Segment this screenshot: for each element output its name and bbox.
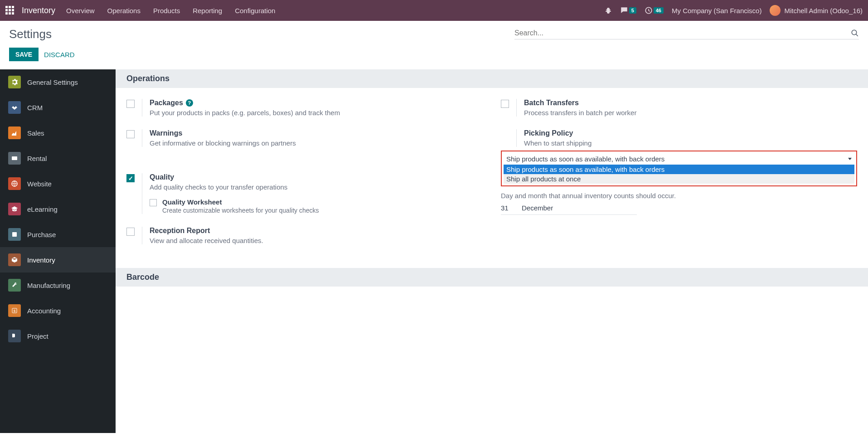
reception-desc: View and allocate received quantities. [150,237,483,244]
setting-picking: Picking Policy When to start shipping [501,129,857,147]
action-bar: SAVE DISCARD [0,41,868,69]
packages-title: Packages [150,99,183,107]
annual-day-input[interactable]: 31 [501,204,514,212]
svg-line-2 [856,34,858,36]
picking-desc: When to start shipping [524,139,857,147]
annual-inventory-desc: Day and month that annual inventory coun… [501,192,857,200]
batch-desc: Process transfers in batch per worker [524,109,857,117]
packages-desc: Put your products in packs (e.g. parcels… [150,109,483,117]
settings-content[interactable]: Operations Packages ? Put your products … [116,69,868,433]
quality-worksheet-checkbox[interactable] [150,199,157,206]
reception-checkbox[interactable] [126,228,135,236]
sidebar-item-crm[interactable]: CRM [0,95,116,120]
setting-quality: Quality Add quality checks to your trans… [126,173,483,214]
picking-policy-select[interactable]: Ship products as soon as available, with… [504,153,854,165]
nav-menu-overview[interactable]: Overview [66,7,95,15]
messages-icon[interactable]: 5 [620,6,636,15]
reception-title: Reception Report [150,227,483,235]
money-icon: $ [8,304,21,317]
key-icon [8,152,21,165]
warnings-title: Warnings [150,129,483,137]
svg-text:$: $ [14,309,16,313]
section-operations: Operations [116,69,868,88]
batch-title: Batch Transfers [524,99,857,107]
svg-rect-5 [12,232,17,237]
picking-policy-options: Ship products as soon as available, with… [504,165,854,184]
annual-month-select[interactable]: December [522,204,553,212]
batch-checkbox[interactable] [501,100,509,108]
sidebar-item-label: Rental [27,155,47,162]
sidebar-item-label: eLearning [27,205,58,213]
sidebar-item-general-settings[interactable]: General Settings [0,69,116,95]
caret-down-icon [848,158,852,160]
user-menu[interactable]: Mitchell Admin (Odoo_16) [770,5,863,16]
sidebar-item-label: Sales [27,129,44,137]
app-title[interactable]: Inventory [22,6,55,15]
wrench-icon [8,279,21,292]
sidebar-item-label: Purchase [27,231,56,238]
chart-icon [8,127,21,139]
nav-menu: Overview Operations Products Reporting C… [66,7,275,15]
help-icon[interactable]: ? [186,99,193,107]
sidebar-item-label: Inventory [27,256,55,264]
packages-checkbox[interactable] [126,100,135,108]
nav-menu-operations[interactable]: Operations [107,7,141,15]
sidebar-item-accounting[interactable]: $ Accounting [0,298,116,323]
section-barcode: Barcode [116,268,868,287]
annual-inventory-row: 31 December [501,204,637,215]
user-avatar-icon [770,5,781,16]
search-wrap [514,27,859,39]
quality-worksheet-title: Quality Worksheet [162,198,483,206]
picking-policy-dropdown-highlight: Ship products as soon as available, with… [501,151,857,186]
save-button[interactable]: SAVE [9,48,39,61]
sidebar-item-sales[interactable]: Sales [0,120,116,146]
quality-title: Quality [150,173,483,181]
sidebar-item-purchase[interactable]: Purchase [0,222,116,247]
box-icon [8,253,21,266]
sidebar-item-inventory[interactable]: Inventory [0,247,116,273]
page-header: Settings [0,21,868,41]
user-name: Mitchell Admin (Odoo_16) [784,7,863,15]
cart-icon [8,228,21,241]
nav-menu-configuration[interactable]: Configuration [235,7,275,15]
handshake-icon [8,101,21,114]
picking-title: Picking Policy [524,129,857,137]
warnings-checkbox[interactable] [126,130,135,138]
gear-icon [8,76,21,88]
sidebar-item-project[interactable]: Project [0,323,116,349]
picking-option-1[interactable]: Ship all products at once [504,174,854,184]
sidebar-item-label: Project [27,332,48,340]
nav-menu-reporting[interactable]: Reporting [193,7,222,15]
search-icon[interactable] [851,29,859,37]
sidebar-item-label: Website [27,180,52,188]
setting-warnings: Warnings Get informative or blocking war… [126,129,483,147]
sidebar-item-elearning[interactable]: eLearning [0,196,116,222]
company-selector[interactable]: My Company (San Francisco) [672,7,761,15]
discard-button[interactable]: DISCARD [44,51,75,58]
quality-worksheet-desc: Create customizable worksheets for your … [162,207,483,214]
sidebar-item-label: Accounting [27,307,61,315]
page-title: Settings [9,27,52,41]
debug-icon[interactable] [605,7,612,14]
search-input[interactable] [514,29,851,37]
activities-icon[interactable]: 46 [645,6,664,15]
picking-policy-selected-label: Ship products as soon as available, with… [506,155,664,163]
sidebar-item-rental[interactable]: Rental [0,146,116,171]
sidebar-item-website[interactable]: Website [0,171,116,196]
sidebar-item-manufacturing[interactable]: Manufacturing [0,273,116,298]
puzzle-icon [8,330,21,342]
activities-badge: 46 [654,7,664,14]
sidebar-item-label: General Settings [27,78,78,86]
svg-rect-3 [12,156,17,160]
apps-grid-icon[interactable] [5,6,15,15]
quality-checkbox[interactable] [126,174,135,182]
nav-menu-products[interactable]: Products [153,7,180,15]
quality-desc: Add quality checks to your transfer oper… [150,183,483,191]
picking-option-0[interactable]: Ship products as soon as available, with… [504,165,854,174]
warnings-desc: Get informative or blocking warnings on … [150,139,483,147]
sidebar-item-label: Manufacturing [27,282,70,289]
setting-reception: Reception Report View and allocate recei… [126,227,483,244]
globe-icon [8,177,21,190]
setting-batch: Batch Transfers Process transfers in bat… [501,99,857,117]
svg-point-1 [852,30,857,35]
